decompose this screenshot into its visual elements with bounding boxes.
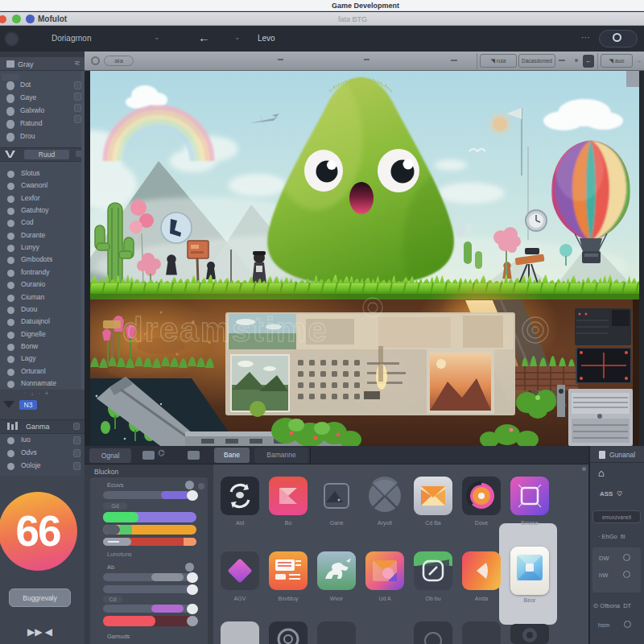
- svg-text:dreamstime: dreamstime: [122, 311, 328, 349]
